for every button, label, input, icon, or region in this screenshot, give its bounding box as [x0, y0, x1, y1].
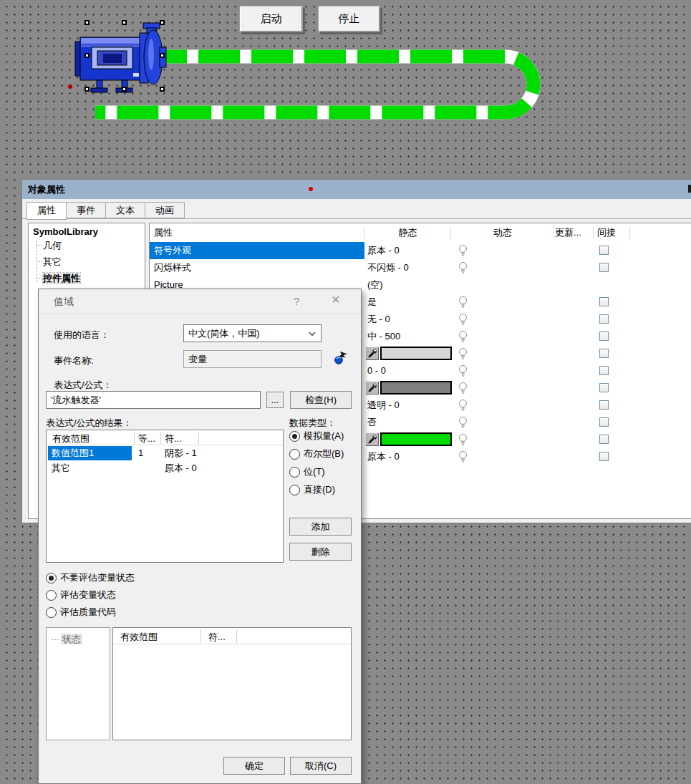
result-col-range[interactable]: 有效范围: [52, 432, 90, 445]
color-swatch[interactable]: [380, 381, 452, 395]
indirect-checkbox[interactable]: [599, 366, 609, 375]
indirect-checkbox[interactable]: [599, 297, 609, 306]
status-tree-item[interactable]: 状态: [51, 634, 110, 645]
col-header-static[interactable]: 静态: [364, 226, 451, 239]
color-swatch[interactable]: [380, 432, 452, 446]
radio-icon[interactable]: [46, 573, 57, 584]
lightbulb-icon[interactable]: [458, 450, 468, 466]
property-name[interactable]: 闪烁样式: [150, 259, 364, 276]
col-header-property[interactable]: 属性: [154, 226, 173, 239]
static-value[interactable]: 中 - 500: [367, 328, 400, 345]
indirect-checkbox[interactable]: [599, 383, 609, 392]
eyedropper-icon[interactable]: [365, 381, 379, 395]
add-button[interactable]: 添加: [289, 518, 352, 536]
selection-handle[interactable]: [122, 87, 127, 92]
static-value[interactable]: 0 - 0: [367, 362, 386, 379]
status-col-symbol[interactable]: 符...: [208, 631, 226, 644]
tab-事件[interactable]: 事件: [67, 202, 106, 218]
indirect-checkbox[interactable]: [599, 246, 609, 255]
selection-handle[interactable]: [122, 20, 127, 25]
col-header-update[interactable]: 更新...: [555, 226, 581, 239]
tab-动画[interactable]: 动画: [145, 202, 185, 218]
eyedropper-icon[interactable]: [365, 347, 379, 360]
selection-handle[interactable]: [84, 20, 90, 25]
col-header-indirect[interactable]: 间接: [597, 226, 616, 239]
lightbulb-icon[interactable]: [458, 347, 468, 363]
static-value[interactable]: 透明 - 0: [367, 397, 400, 414]
selection-handle[interactable]: [160, 53, 165, 58]
start-button[interactable]: 启动: [239, 6, 303, 32]
status-tree-panel[interactable]: 状态: [46, 627, 110, 740]
static-value[interactable]: (空): [367, 276, 383, 294]
language-select[interactable]: 中文(简体，中国): [183, 324, 322, 342]
eyedropper-icon[interactable]: [365, 432, 379, 446]
indirect-checkbox[interactable]: [599, 263, 609, 272]
lightbulb-icon[interactable]: [458, 330, 468, 346]
radio-icon[interactable]: [289, 431, 300, 442]
col-header-dynamic[interactable]: 动态: [451, 226, 554, 239]
static-value[interactable]: 无 - 0: [367, 311, 390, 328]
indirect-checkbox[interactable]: [599, 314, 609, 324]
lightbulb-icon[interactable]: [458, 261, 468, 277]
radio-icon[interactable]: [289, 467, 300, 478]
data-type-option[interactable]: 直接(D): [289, 483, 335, 496]
result-range-cell[interactable]: 其它: [48, 461, 132, 475]
status-col-range[interactable]: 有效范围: [120, 631, 158, 644]
indirect-checkbox[interactable]: [599, 349, 609, 358]
selection-handle[interactable]: [160, 20, 165, 25]
static-value[interactable]: 否: [367, 414, 377, 431]
indirect-checkbox[interactable]: [599, 400, 609, 410]
radio-icon[interactable]: [289, 485, 300, 495]
design-canvas[interactable]: 启动 停止: [0, 0, 691, 172]
static-value[interactable]: 原本 - 0: [367, 242, 400, 259]
radio-icon[interactable]: [46, 607, 57, 618]
property-row[interactable]: 符号外观原本 - 0: [150, 242, 691, 259]
data-type-option[interactable]: 布尔型(B): [289, 447, 344, 460]
lightbulb-icon[interactable]: [458, 313, 468, 329]
help-button[interactable]: ?: [294, 295, 299, 307]
tab-文本[interactable]: 文本: [106, 202, 145, 218]
indirect-checkbox[interactable]: [599, 417, 609, 427]
property-row[interactable]: 闪烁样式不闪烁 - 0: [150, 259, 691, 276]
tree-root-symbollibrary[interactable]: SymbolLibrary: [29, 223, 145, 237]
indirect-checkbox[interactable]: [599, 331, 609, 341]
static-value[interactable]: 原本 - 0: [367, 448, 400, 465]
lightbulb-icon[interactable]: [458, 433, 468, 449]
lightbulb-icon[interactable]: [458, 416, 468, 432]
status-table[interactable]: 有效范围 符...: [112, 627, 352, 740]
state-eval-option[interactable]: 评估质量代码: [46, 606, 116, 619]
lightbulb-icon[interactable]: [458, 364, 468, 380]
selection-handle[interactable]: [160, 87, 165, 92]
radio-icon[interactable]: [46, 590, 57, 601]
result-row[interactable]: 数值范围11阴影 - 1: [47, 446, 283, 461]
expression-input[interactable]: '流水触发器': [46, 391, 261, 409]
lightbulb-icon[interactable]: [458, 244, 468, 260]
tree-item[interactable]: 其它: [29, 253, 145, 270]
close-icon[interactable]: ×: [332, 291, 340, 308]
state-eval-option[interactable]: 不要评估变量状态: [46, 571, 135, 584]
browse-expression-button[interactable]: ...: [266, 392, 284, 408]
selection-handle[interactable]: [84, 87, 90, 92]
data-type-option[interactable]: 模拟量(A): [289, 430, 344, 442]
property-name[interactable]: 符号外观: [150, 242, 364, 259]
tab-属性[interactable]: 属性: [26, 202, 67, 220]
event-name-field[interactable]: 变量: [183, 350, 322, 368]
lightbulb-icon[interactable]: [458, 382, 468, 397]
result-table[interactable]: 有效范围 等... 符... 数值范围11阴影 - 1其它原本 - 0: [46, 430, 284, 563]
result-range-cell[interactable]: 数值范围1: [48, 446, 132, 460]
tag-dynamic-icon[interactable]: [334, 350, 349, 365]
result-row[interactable]: 其它原本 - 0: [47, 461, 283, 476]
indirect-checkbox[interactable]: [599, 452, 609, 461]
object-properties-titlebar[interactable]: 对象属性: [22, 180, 691, 199]
tree-item[interactable]: 几何: [29, 237, 145, 253]
data-type-option[interactable]: 位(T): [289, 465, 325, 478]
lightbulb-icon[interactable]: [458, 399, 468, 415]
selection-handle[interactable]: [84, 53, 90, 58]
delete-button[interactable]: 删除: [289, 543, 352, 561]
cancel-button[interactable]: 取消(C): [290, 757, 352, 775]
indirect-checkbox[interactable]: [599, 435, 609, 444]
ok-button[interactable]: 确定: [223, 757, 285, 775]
result-col-symbol[interactable]: 符...: [165, 432, 182, 445]
stop-button[interactable]: 停止: [318, 6, 380, 32]
color-swatch[interactable]: [380, 347, 452, 360]
